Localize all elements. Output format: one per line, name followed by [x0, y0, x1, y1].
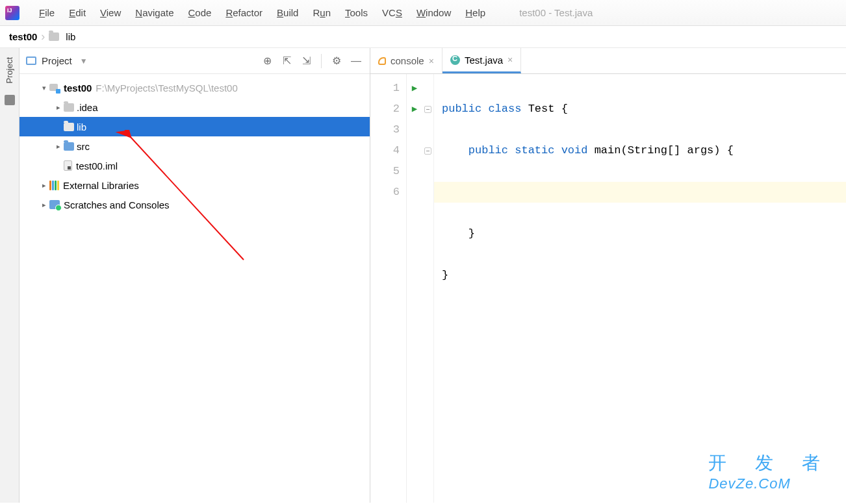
tree-item-src[interactable]: ▸ src [19, 136, 370, 156]
chevron-right-icon[interactable]: ▸ [53, 103, 64, 112]
tool-tab-structure-icon[interactable] [5, 95, 15, 105]
tree-item-iml[interactable]: ▸ test00.iml [19, 156, 370, 175]
menu-file[interactable]: FFileile [32, 5, 61, 21]
tab-console[interactable]: console × [370, 48, 442, 73]
chevron-down-icon[interactable]: ▼ [80, 57, 88, 66]
file-icon [64, 160, 72, 171]
libraries-icon [49, 181, 59, 190]
menu-code[interactable]: Code [182, 5, 218, 21]
tree-item-lib[interactable]: ▸ lib [19, 117, 370, 136]
panel-header: Project ▼ ⊕ ⇱ ⇲ ⚙ — [19, 48, 370, 74]
hide-icon[interactable]: — [349, 54, 363, 68]
run-icon[interactable]: ▶ [407, 99, 422, 120]
project-view-icon [26, 57, 36, 65]
collapse-all-icon[interactable]: ⇲ [299, 54, 313, 68]
tree-label: src [77, 141, 90, 152]
java-class-icon [450, 55, 460, 65]
menu-vcs[interactable]: VCS [376, 5, 409, 21]
gutter-line-numbers: 1 2 3 4 5 6 [370, 74, 407, 503]
module-icon [49, 82, 60, 93]
tree-label: test00.iml [76, 160, 118, 171]
tree-item-idea[interactable]: ▸ .idea [19, 97, 370, 117]
menu-navigate[interactable]: Navigate [129, 5, 180, 21]
tool-window-bar: Project [0, 48, 19, 503]
console-icon [378, 57, 386, 65]
menu-window[interactable]: Window [410, 5, 457, 21]
folder-icon [64, 103, 74, 112]
project-tree: ▾ test00 F:\MyProjects\TestMySQL\test00 … [19, 74, 370, 503]
fold-icon[interactable] [424, 106, 431, 113]
breadcrumb: test00 › lib [0, 26, 846, 48]
menu-bar: FFileile Edit View Navigate Code Refacto… [0, 0, 846, 26]
window-title: test00 - Test.java [519, 7, 593, 18]
menu-tools[interactable]: Tools [339, 5, 374, 21]
chevron-right-icon: › [41, 30, 45, 44]
menu-edit[interactable]: Edit [62, 5, 92, 21]
close-icon[interactable]: × [507, 55, 513, 65]
source-folder-icon [64, 142, 74, 151]
fold-gutter [422, 74, 434, 503]
tab-label: console [391, 55, 424, 66]
menu-help[interactable]: Help [459, 5, 492, 21]
menu-refactor[interactable]: Refactor [219, 5, 269, 21]
divider [321, 54, 322, 68]
tab-test-java[interactable]: Test.java × [442, 48, 521, 73]
chevron-right-icon[interactable]: ▸ [53, 142, 64, 151]
menu-run[interactable]: Run [306, 5, 337, 21]
menu-build[interactable]: Build [270, 5, 305, 21]
tree-label: lib [77, 121, 86, 132]
breadcrumb-project[interactable]: test00 [9, 31, 37, 42]
tree-root-name: test00 [64, 82, 92, 94]
scratches-icon [49, 200, 60, 209]
chevron-right-icon[interactable]: ▸ [39, 201, 49, 209]
editor-tabs: console × Test.java × [370, 48, 846, 74]
fold-icon[interactable] [424, 147, 431, 155]
tree-label: .idea [77, 102, 98, 113]
gear-icon[interactable]: ⚙ [329, 54, 344, 68]
tree-root[interactable]: ▾ test00 F:\MyProjects\TestMySQL\test00 [19, 78, 370, 97]
tree-label: External Libraries [63, 180, 139, 191]
folder-icon [49, 32, 59, 41]
editor-area: console × Test.java × 1 2 3 4 5 6 ▶ ▶ [370, 48, 846, 503]
expand-all-icon[interactable]: ⇱ [279, 54, 294, 68]
code-text[interactable]: public class Test { public static void m… [434, 74, 846, 503]
run-icon[interactable]: ▶ [407, 78, 422, 99]
close-icon[interactable]: × [429, 56, 434, 66]
gutter-icons: ▶ ▶ [407, 74, 422, 503]
tab-label: Test.java [465, 55, 503, 66]
panel-title[interactable]: Project [42, 55, 72, 66]
project-panel: Project ▼ ⊕ ⇱ ⇲ ⚙ — ▾ test00 F:\MyProjec… [19, 48, 370, 503]
chevron-down-icon[interactable]: ▾ [39, 84, 49, 92]
tree-label: Scratches and Consoles [64, 199, 170, 210]
chevron-right-icon[interactable]: ▸ [39, 181, 49, 190]
tool-tab-project[interactable]: Project [5, 57, 14, 83]
tree-item-external-libs[interactable]: ▸ External Libraries [19, 175, 370, 195]
breadcrumb-folder[interactable]: lib [66, 31, 75, 42]
tree-item-scratches[interactable]: ▸ Scratches and Consoles [19, 195, 370, 214]
menu-view[interactable]: View [94, 5, 127, 21]
tree-root-path: F:\MyProjects\TestMySQL\test00 [96, 82, 237, 94]
locate-icon[interactable]: ⊕ [260, 54, 274, 68]
folder-icon [64, 123, 74, 131]
code-editor[interactable]: 1 2 3 4 5 6 ▶ ▶ public class Test { publ… [370, 74, 846, 503]
app-icon [5, 6, 19, 20]
